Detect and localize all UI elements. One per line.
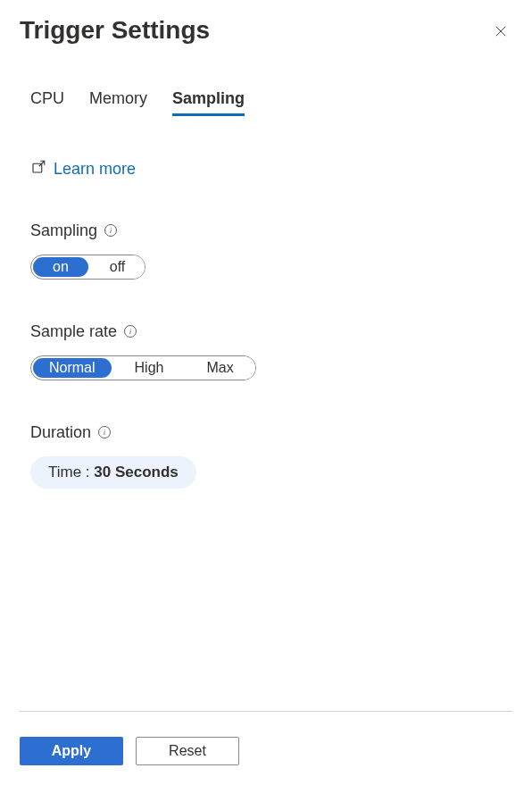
sampling-toggle: on off (30, 255, 145, 280)
close-button[interactable] (489, 20, 512, 46)
sampling-option-off[interactable]: off (90, 255, 145, 279)
duration-prefix: Time : (48, 463, 94, 480)
learn-more-link[interactable]: Learn more (54, 160, 136, 179)
footer-divider (20, 711, 512, 712)
sample-rate-label: Sample rate (30, 322, 117, 341)
sample-rate-option-normal[interactable]: Normal (33, 358, 112, 378)
close-icon (493, 23, 509, 43)
tab-bar: CPU Memory Sampling (30, 89, 512, 116)
duration-value: 30 Seconds (94, 463, 179, 480)
tab-memory[interactable]: Memory (89, 89, 147, 116)
sample-rate-option-high[interactable]: High (113, 356, 186, 380)
duration-label: Duration (30, 423, 91, 442)
reset-button[interactable]: Reset (136, 737, 239, 765)
apply-button[interactable]: Apply (20, 737, 123, 765)
info-icon[interactable]: i (104, 224, 117, 237)
sample-rate-toggle: Normal High Max (30, 355, 256, 380)
info-icon[interactable]: i (124, 325, 137, 338)
info-icon[interactable]: i (98, 426, 111, 438)
tab-cpu[interactable]: CPU (30, 89, 64, 116)
tab-sampling[interactable]: Sampling (172, 89, 245, 116)
sampling-label: Sampling (30, 221, 97, 240)
page-title: Trigger Settings (20, 16, 210, 45)
sampling-option-on[interactable]: on (33, 257, 88, 277)
duration-chip[interactable]: Time : 30 Seconds (30, 456, 196, 489)
sample-rate-option-max[interactable]: Max (185, 356, 254, 380)
external-link-icon (30, 159, 46, 179)
